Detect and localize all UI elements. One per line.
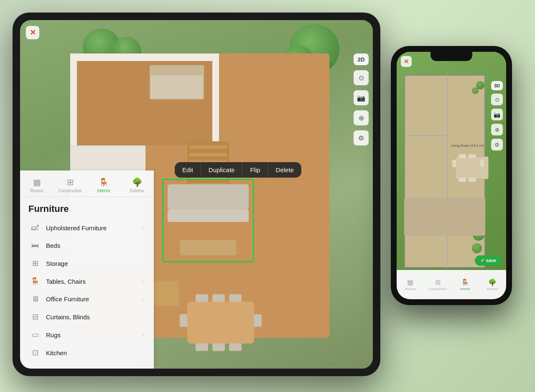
phone-rooms-icon: ▦ [407,278,413,286]
phone-layers-button[interactable]: ⊕ [491,124,503,135]
chevron-icon: › [142,225,144,232]
patio-area [404,198,485,236]
menu-item-beds[interactable]: 🛏 Beds [28,237,145,255]
chevron-icon: › [142,296,144,303]
nav-tabs: ▦ Rooms ⊞ Construction 🪑 Interior 🌳 Exte… [20,171,154,197]
phone-interior-label: Interior [460,287,470,291]
coffee-table [180,240,236,255]
phone-wall-bottom [404,267,485,268]
phone-bottom-nav: ▦ Rooms ⊞ Construction 🪑 Interior 🌳 Exte… [397,270,506,299]
shrub [472,243,482,253]
construction-icon: ⊞ [67,177,74,187]
phone-save-button[interactable]: ✓ save [475,255,502,266]
phone-tab-construction[interactable]: ⊞ Construction [424,278,452,291]
menu-item-storage[interactable]: ⊞ Storage [28,255,145,272]
upholstered-label: Upholstered Furniture [46,224,136,232]
sidebar-section-title: Furniture [28,204,145,214]
phone-settings-button[interactable]: ⚙ [491,139,503,150]
layers-button[interactable]: ⊕ [354,110,369,125]
chair [459,154,466,158]
chevron-icon: › [142,278,144,285]
duplicate-button[interactable]: Duplicate [201,162,243,178]
interior-icon: 🪑 [99,177,109,187]
sidebar-content: Furniture 🛋 Upholstered Furniture › 🛏 Be… [20,197,154,369]
phone-tab-interior[interactable]: 🪑 Interior [451,278,479,291]
phone-view-mode[interactable]: 3D [491,81,503,90]
phone-tab-rooms[interactable]: ▦ Rooms [397,278,424,291]
settings-button[interactable]: ⚙ [354,130,369,145]
chevron-icon: › [142,331,144,338]
tables-chairs-icon: 🪑 [30,277,40,286]
phone-toolbar: 3D ⊙ 📷 ⊕ ⚙ [491,81,503,150]
tablet-toolbar: 2D ⊙ 📷 ⊕ ⚙ [354,53,369,145]
chair [452,160,456,167]
phone-tab-exterior[interactable]: 🌳 Exterior [479,278,507,291]
menu-item-tables-chairs[interactable]: 🪑 Tables, Chairs › [28,272,145,290]
divider-h [404,135,446,136]
rooms-icon: ▦ [33,177,41,187]
wall-top [70,53,217,61]
tablet-screen: Edit Duplicate Flip Delete ✕ 2D ⊙ 📷 ⊕ ⚙ … [20,20,373,369]
office-icon: 🖥 [30,295,40,303]
tables-chairs-label: Tables, Chairs [46,278,136,285]
phone-wall-top [404,75,485,76]
tab-rooms[interactable]: ▦ Rooms [20,175,54,196]
bed-headboard [150,65,204,75]
dining-area [187,302,254,344]
tab-construction[interactable]: ⊞ Construction [54,175,87,196]
phone-interior-icon: 🪑 [461,278,469,286]
upholstered-icon: 🛋 [30,224,40,232]
room-label-living: Living Room (54,2 m²) [451,144,484,148]
context-menu: Edit Duplicate Flip Delete [175,162,301,178]
interior-label: Interior [97,188,110,193]
curtains-icon: ⊟ [30,312,40,321]
kitchen-label: Kitchen [46,349,144,356]
bathroom-wall [70,145,145,147]
phone-notch [431,52,472,61]
sofa-selection-box[interactable] [162,179,254,262]
office-label: Office Furniture [46,295,136,303]
kitchen-icon: ⊡ [30,348,40,357]
wall-right-upper [212,53,219,145]
menu-item-office[interactable]: 🖥 Office Furniture › [28,290,145,308]
exterior-label: Exterior [130,188,144,193]
phone-rooms-label: Rooms [405,287,415,291]
phone-exterior-label: Exterior [487,287,498,291]
tab-interior[interactable]: 🪑 Interior [87,175,120,196]
phone-camera-button[interactable]: 📷 [491,109,503,120]
view-mode-toggle[interactable]: 2D [354,53,369,65]
edit-button[interactable]: Edit [175,162,201,178]
tab-exterior[interactable]: 🌳 Exterior [120,175,154,196]
menu-item-rugs[interactable]: ▭ Rugs › [28,326,145,344]
sofa-back [168,184,249,209]
exterior-icon: 🌳 [132,177,143,187]
phone-exterior-icon: 🌳 [488,278,497,286]
tablet-close-button[interactable]: ✕ [26,26,39,39]
chair [480,160,484,167]
shrub-top [472,87,479,94]
beds-icon: 🛏 [30,241,40,250]
beds-label: Beds [46,242,144,249]
menu-item-kitchen[interactable]: ⊡ Kitchen [28,344,145,362]
menu-item-upholstered[interactable]: 🛋 Upholstered Furniture › [28,219,145,237]
phone-screen: Living Room (54,2 m²) ✕ 3D ⊙ 📷 [397,52,506,299]
flip-button[interactable]: Flip [242,162,268,178]
rugs-label: Rugs [46,331,136,339]
chair [469,154,476,158]
select-tool-button[interactable]: ⊙ [354,70,369,85]
curtains-label: Curtains, Blinds [46,313,144,321]
wall-left-upper [70,53,77,145]
storage-icon: ⊞ [30,259,40,268]
phone-construction-label: Construction [428,287,447,291]
menu-item-curtains[interactable]: ⊟ Curtains, Blinds [28,308,145,326]
storage-label: Storage [46,260,144,267]
camera-button[interactable]: 📷 [354,90,369,105]
construction-label: Construction [59,188,82,193]
phone-device: Living Room (54,2 m²) ✕ 3D ⊙ 📷 [391,46,512,305]
divider-v [447,75,448,268]
rugs-icon: ▭ [30,330,40,339]
sofa-seat [168,209,249,222]
phone-close-button[interactable]: ✕ [401,56,412,67]
phone-select-tool[interactable]: ⊙ [491,94,503,105]
delete-button[interactable]: Delete [268,162,301,178]
